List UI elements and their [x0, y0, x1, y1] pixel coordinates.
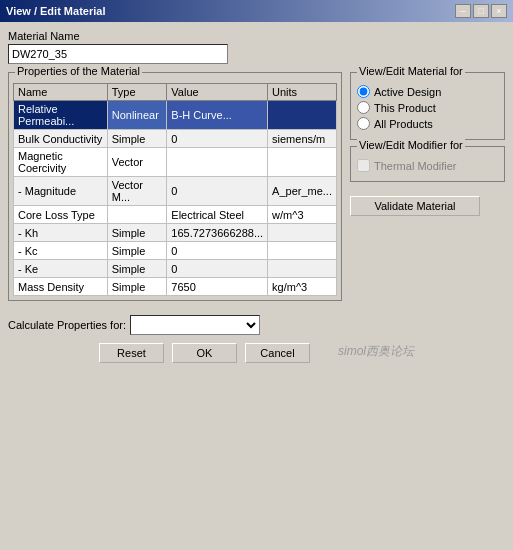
cell-value [167, 148, 268, 177]
cell-type: Simple [107, 242, 167, 260]
material-name-input[interactable] [8, 44, 228, 64]
radio-all-products[interactable]: All Products [357, 117, 498, 130]
radio-this-product[interactable]: This Product [357, 101, 498, 114]
cell-units [268, 242, 337, 260]
properties-group: Properties of the Material Name Type Val… [8, 72, 342, 301]
cell-name: - Kc [14, 242, 108, 260]
cell-value: 165.7273666288... [167, 224, 268, 242]
radio-active-design-label: Active Design [374, 86, 441, 98]
validate-material-button[interactable]: Validate Material [350, 196, 480, 216]
close-button[interactable]: × [491, 4, 507, 18]
cell-type [107, 206, 167, 224]
radio-active-design-input[interactable] [357, 85, 370, 98]
title-bar: View / Edit Material – □ × [0, 0, 513, 22]
cell-value: B-H Curve... [167, 101, 268, 130]
col-name: Name [14, 84, 108, 101]
view-edit-material-label: View/Edit Material for [357, 65, 465, 77]
cell-value: 0 [167, 130, 268, 148]
cell-type: Simple [107, 224, 167, 242]
bottom-buttons: Reset OK Cancel simol西奥论坛 [0, 339, 513, 371]
cell-units [268, 148, 337, 177]
cell-type: Vector M... [107, 177, 167, 206]
col-type: Type [107, 84, 167, 101]
table-header-row: Name Type Value Units [14, 84, 337, 101]
main-content: Material Name Properties of the Material… [0, 22, 513, 309]
thermal-modifier-label: Thermal Modifier [374, 160, 457, 172]
cell-units [268, 224, 337, 242]
cell-value: 0 [167, 260, 268, 278]
right-panel: View/Edit Material for Active Design Thi… [350, 72, 505, 301]
cell-units: A_per_me... [268, 177, 337, 206]
maximize-button[interactable]: □ [473, 4, 489, 18]
material-name-label: Material Name [8, 30, 505, 42]
table-row[interactable]: - MagnitudeVector M...0A_per_me... [14, 177, 337, 206]
table-row[interactable]: - KcSimple0 [14, 242, 337, 260]
cell-name: - Magnitude [14, 177, 108, 206]
cell-type: Simple [107, 260, 167, 278]
radio-active-design[interactable]: Active Design [357, 85, 498, 98]
bottom-area: Calculate Properties for: Conductivity R… [0, 309, 513, 371]
title-bar-title: View / Edit Material [6, 5, 105, 17]
col-units: Units [268, 84, 337, 101]
cell-type: Simple [107, 278, 167, 296]
cell-units [268, 260, 337, 278]
cell-units [268, 101, 337, 130]
cell-name: Bulk Conductivity [14, 130, 108, 148]
cell-name: - Kh [14, 224, 108, 242]
radio-all-products-label: All Products [374, 118, 433, 130]
cell-value: Electrical Steel [167, 206, 268, 224]
radio-all-products-input[interactable] [357, 117, 370, 130]
cell-name: Magnetic Coercivity [14, 148, 108, 177]
cell-type: Nonlinear [107, 101, 167, 130]
reset-button[interactable]: Reset [99, 343, 164, 363]
view-edit-modifier-group: View/Edit Modifier for Thermal Modifier [350, 146, 505, 182]
cell-name: - Ke [14, 260, 108, 278]
cell-name: Core Loss Type [14, 206, 108, 224]
cell-name: Mass Density [14, 278, 108, 296]
table-row[interactable]: Mass DensitySimple7650kg/m^3 [14, 278, 337, 296]
table-row[interactable]: Magnetic CoercivityVector [14, 148, 337, 177]
table-row[interactable]: Relative Permeabi...NonlinearB-H Curve..… [14, 101, 337, 130]
title-bar-controls: – □ × [455, 4, 507, 18]
calculate-properties-select[interactable]: Conductivity [130, 315, 260, 335]
cell-name: Relative Permeabi... [14, 101, 108, 130]
radio-this-product-input[interactable] [357, 101, 370, 114]
minimize-button[interactable]: – [455, 4, 471, 18]
table-row[interactable]: Bulk ConductivitySimple0siemens/m [14, 130, 337, 148]
two-column-layout: Properties of the Material Name Type Val… [8, 72, 505, 301]
cell-value: 7650 [167, 278, 268, 296]
cell-units: siemens/m [268, 130, 337, 148]
properties-table: Name Type Value Units Relative Permeabi.… [13, 83, 337, 296]
watermark: simol西奥论坛 [338, 343, 414, 363]
col-value: Value [167, 84, 268, 101]
properties-group-label: Properties of the Material [15, 65, 142, 77]
cancel-button[interactable]: Cancel [245, 343, 310, 363]
cell-type: Simple [107, 130, 167, 148]
thermal-modifier-option[interactable]: Thermal Modifier [357, 159, 498, 172]
table-row[interactable]: - KeSimple0 [14, 260, 337, 278]
table-row[interactable]: Core Loss TypeElectrical Steelw/m^3 [14, 206, 337, 224]
radio-this-product-label: This Product [374, 102, 436, 114]
cell-value: 0 [167, 177, 268, 206]
cell-units: kg/m^3 [268, 278, 337, 296]
thermal-modifier-checkbox[interactable] [357, 159, 370, 172]
view-edit-material-group: View/Edit Material for Active Design Thi… [350, 72, 505, 140]
view-edit-modifier-label: View/Edit Modifier for [357, 139, 465, 151]
table-row[interactable]: - KhSimple165.7273666288... [14, 224, 337, 242]
cell-value: 0 [167, 242, 268, 260]
cell-units: w/m^3 [268, 206, 337, 224]
calculate-properties-row: Calculate Properties for: Conductivity [0, 309, 513, 339]
ok-button[interactable]: OK [172, 343, 237, 363]
calculate-properties-label: Calculate Properties for: [8, 319, 126, 331]
cell-type: Vector [107, 148, 167, 177]
